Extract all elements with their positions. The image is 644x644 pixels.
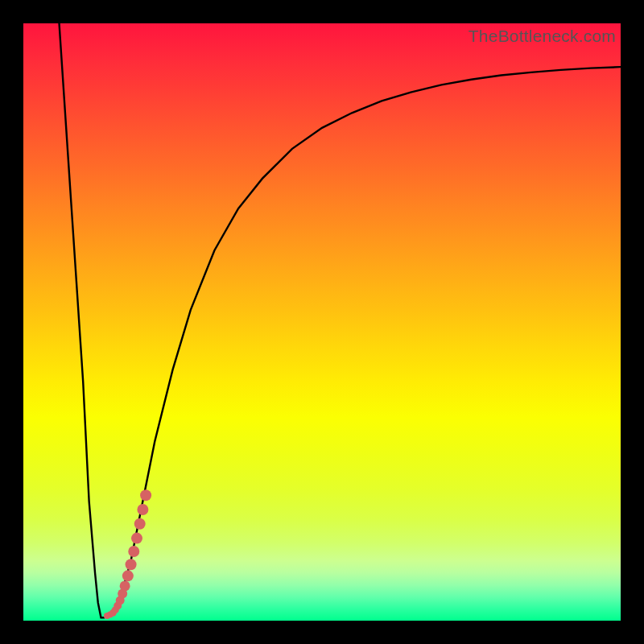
marker-dot <box>134 518 146 530</box>
marker-dot <box>126 559 137 570</box>
marker-dot <box>140 489 151 501</box>
marker-group <box>104 489 151 619</box>
plot-area: TheBottleneck.com <box>23 23 621 621</box>
watermark-text: TheBottleneck.com <box>469 27 616 46</box>
chart-frame: TheBottleneck.com <box>0 0 644 644</box>
curve-layer <box>23 23 621 621</box>
marker-dot <box>120 580 130 591</box>
marker-dot <box>128 546 139 557</box>
marker-dot <box>122 570 134 581</box>
bottleneck-curve-path <box>60 23 621 617</box>
marker-dot <box>137 504 148 515</box>
marker-dot <box>131 533 142 544</box>
